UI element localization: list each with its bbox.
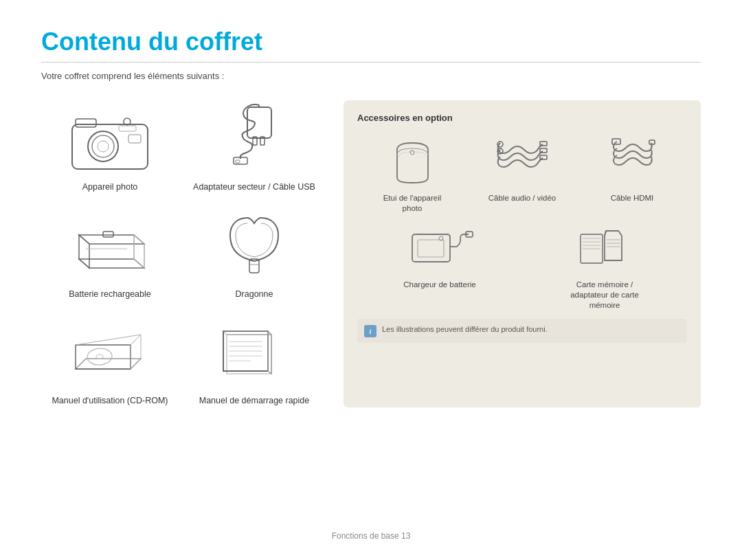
item-batterie: Batterie rechargeable — [41, 208, 179, 301]
acc-cable-av-illustration — [491, 134, 553, 189]
page-container: Contenu du coffret Votre coffret compren… — [0, 0, 742, 428]
svg-rect-8 — [247, 107, 271, 138]
manuel-label: Manuel de démarrage rapide — [199, 395, 310, 407]
svg-marker-24 — [131, 335, 141, 369]
acc-cable-hdmi-label: Câble HDMI — [611, 193, 654, 203]
footer-text: Fonctions de base 13 — [332, 531, 411, 541]
accessories-bottom-row: Chargeur de batterie — [357, 221, 687, 311]
svg-rect-13 — [236, 160, 240, 163]
acc-carte-label: Carte mémoire / adaptateur de carte mémo… — [556, 280, 653, 311]
acc-chargeur-illustration — [409, 221, 471, 276]
item-appareil-photo: Appareil photo — [41, 100, 179, 194]
acc-cable-av-label: Câble audio / vidéo — [488, 193, 556, 203]
acc-chargeur: Chargeur de batterie — [392, 221, 488, 311]
dragonne-illustration — [206, 208, 302, 283]
acc-etui: Etui de l'appareil photo — [374, 134, 450, 214]
svg-rect-4 — [76, 119, 96, 127]
note-box: i Les illustrations peuvent différer du … — [357, 319, 687, 343]
svg-point-37 — [410, 150, 414, 155]
svg-point-26 — [87, 348, 113, 365]
manuel-illustration — [206, 314, 302, 390]
dragonne-label: Dragonne — [236, 289, 273, 301]
main-content: Appareil photo — [41, 100, 701, 407]
item-adaptateur: Adaptateur secteur / Câble USB — [186, 100, 323, 194]
svg-rect-46 — [418, 240, 444, 257]
note-text: Les illustrations peuvent différer du pr… — [382, 324, 548, 335]
acc-carte: Carte mémoire / adaptateur de carte mémo… — [556, 221, 653, 311]
acc-cable-hdmi: Câble HDMI — [594, 134, 670, 214]
acc-carte-illustration — [574, 221, 636, 276]
appareil-photo-illustration — [62, 100, 158, 176]
cdrom-illustration — [62, 314, 158, 390]
item-cdrom: Manuel d'utilisation (CD-ROM) — [41, 314, 179, 407]
page-footer: Fonctions de base 13 — [0, 531, 742, 541]
batterie-label: Batterie rechargeable — [69, 289, 151, 301]
svg-marker-30 — [268, 331, 271, 374]
adaptateur-label: Adaptateur secteur / Câble USB — [193, 181, 315, 194]
svg-rect-0 — [72, 124, 148, 169]
appareil-photo-label: Appareil photo — [82, 181, 138, 194]
divider — [41, 62, 701, 63]
items-grid: Appareil photo — [41, 100, 323, 407]
accessories-top-row: Etui de l'appareil photo — [357, 134, 687, 214]
subtitle: Votre coffret comprend les éléments suiv… — [41, 71, 701, 81]
svg-point-27 — [96, 355, 104, 359]
item-dragonne: Dragonne — [186, 208, 323, 301]
batterie-illustration — [62, 208, 158, 283]
svg-rect-6 — [128, 135, 141, 143]
svg-marker-17 — [134, 235, 144, 268]
svg-point-2 — [92, 135, 114, 157]
svg-point-3 — [98, 141, 109, 152]
note-icon: i — [364, 325, 376, 337]
acc-etui-illustration — [381, 134, 443, 189]
acc-etui-label: Etui de l'appareil photo — [374, 193, 450, 214]
acc-chargeur-label: Chargeur de batterie — [403, 280, 475, 290]
item-manuel: Manuel de démarrage rapide — [186, 314, 323, 407]
accessories-box: Accessoires en option — [344, 100, 701, 407]
svg-rect-7 — [119, 126, 136, 131]
adaptateur-illustration — [206, 100, 302, 176]
svg-marker-28 — [227, 335, 271, 374]
svg-text:i: i — [370, 328, 372, 335]
page-title: Contenu du coffret — [41, 27, 701, 56]
svg-rect-18 — [103, 232, 113, 237]
accessories-title: Accessoires en option — [357, 113, 687, 123]
acc-cable-hdmi-illustration — [601, 134, 663, 189]
cdrom-label: Manuel d'utilisation (CD-ROM) — [52, 395, 168, 407]
svg-line-50 — [605, 231, 606, 236]
svg-marker-16 — [79, 235, 89, 268]
svg-line-25 — [76, 335, 141, 345]
acc-cable-av: Câble audio / vidéo — [484, 134, 560, 214]
